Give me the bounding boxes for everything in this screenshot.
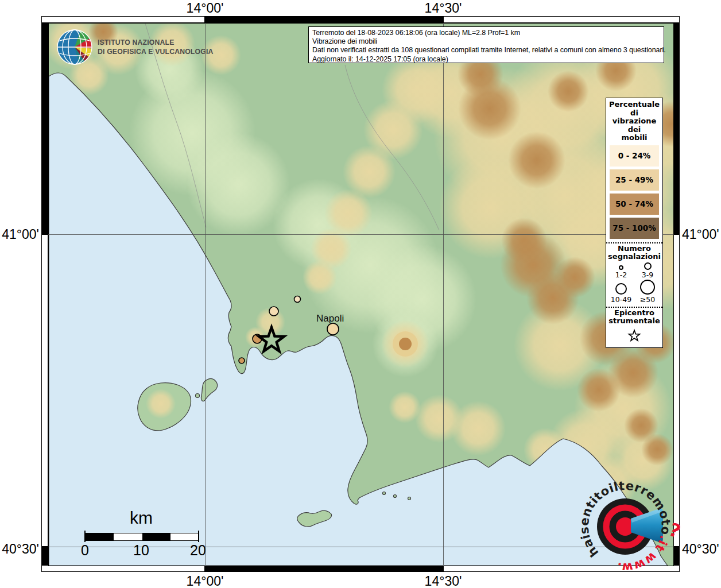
axis-label-top-14-00: 14°00' — [173, 1, 237, 16]
legend-swatch-75-100: 75 - 100% — [610, 218, 659, 239]
legend-count-title: Numero segnalazioni — [608, 245, 661, 261]
scale-tick-10: 10 — [129, 542, 154, 559]
axis-label-left-41-00: 41°00' — [0, 227, 39, 242]
axis-label-top-14-30: 14°30' — [412, 1, 475, 16]
legend-count-circles-row1: 1-2 3-9 — [608, 262, 661, 278]
legend-percent-title: Percentuale di vibrazione dei mobili — [609, 100, 660, 142]
info-line-updated: Aggiornato il: 14-12-2025 17:05 (ora loc… — [312, 55, 660, 64]
axis-label-bottom-14-00: 14°00' — [173, 574, 237, 588]
axis-label-right-41-00: 41°00' — [682, 227, 721, 242]
info-box: Terremoto del 18-08-2023 06:18:06 (ora l… — [308, 26, 664, 63]
count-circle-10-49 — [615, 283, 627, 295]
scale-seg-1 — [86, 533, 114, 540]
legend-epicenter-title: Epicentro strumentale — [608, 309, 660, 326]
count-circle-1-2 — [619, 265, 623, 270]
frame-left-seg2 — [41, 234, 48, 547]
legend-swatch-50-74: 50 - 74% — [610, 194, 659, 215]
scale-end-tick-left — [84, 531, 86, 542]
scale-tick-0: 0 — [72, 542, 98, 559]
vesuvius — [372, 311, 439, 377]
scale-unit-label: km — [115, 508, 168, 528]
count-label-1-2: 1-2 — [615, 271, 627, 278]
legend-swatch-25-49: 25 - 49% — [610, 169, 659, 191]
ingv-logo-line2: DI GEOFISICA E VULCANOLOGIA — [98, 47, 214, 56]
frame-left-seg1 — [41, 23, 48, 234]
axis-label-bottom-14-30: 14°30' — [412, 574, 475, 588]
count-label-3-9: 3-9 — [642, 271, 653, 278]
legend: Percentuale di vibrazione dei mobili 0 -… — [606, 98, 663, 348]
info-line-disclaimer: Dati non verificati estratti da 108 ques… — [312, 46, 660, 55]
count-circle-3-9 — [644, 262, 652, 270]
ingv-logo-line1: ISTITUTO NAZIONALE — [98, 38, 214, 47]
legend-count-circles-row2: 10-49 ≥50 — [608, 280, 661, 303]
frame-top-seg2 — [205, 16, 443, 23]
legend-swatch-0-24: 0 - 24% — [610, 145, 659, 167]
scale-seg-3 — [142, 533, 170, 540]
ingv-logo: ISTITUTO NAZIONALE DI GEOFISICA E VULCAN… — [56, 29, 220, 65]
frame-top-seg3 — [443, 16, 680, 23]
grid-line-14-30 — [443, 23, 444, 565]
ischia-hill — [146, 389, 176, 419]
napoli-label: Napoli — [316, 313, 344, 324]
legend-divider-1 — [606, 242, 662, 243]
legend-epicenter-star-icon — [627, 328, 642, 343]
grid-line-41-00 — [48, 234, 673, 235]
map-page: ? haisentitoilterremoto.it www. 14°00' 1… — [0, 0, 721, 588]
scale-seg-4 — [170, 533, 199, 540]
terrain-svg — [49, 24, 673, 566]
count-circle-50plus — [640, 280, 655, 295]
ingv-logo-text: ISTITUTO NAZIONALE DI GEOFISICA E VULCAN… — [98, 38, 214, 56]
frame-left-seg3 — [41, 547, 48, 565]
map-canvas — [48, 23, 674, 566]
count-label-50plus: ≥50 — [640, 296, 655, 303]
count-label-10-49: 10-49 — [611, 296, 631, 303]
axis-label-right-40-30: 40°30' — [682, 541, 721, 557]
axis-label-left-40-30: 40°30' — [0, 541, 39, 557]
scale-bar — [85, 533, 199, 541]
scale-tick-20: 20 — [185, 542, 211, 559]
grid-line-14-00 — [205, 23, 206, 565]
info-line-question: Vibrazione dei mobili — [312, 37, 660, 46]
legend-divider-2 — [606, 307, 662, 308]
scale-seg-2 — [114, 533, 142, 540]
scale-end-tick-right — [198, 531, 199, 542]
ingv-globe-icon — [56, 29, 93, 65]
frame-top-seg1 — [41, 16, 205, 23]
info-line-event: Terremoto del 18-08-2023 06:18:06 (ora l… — [312, 29, 660, 37]
